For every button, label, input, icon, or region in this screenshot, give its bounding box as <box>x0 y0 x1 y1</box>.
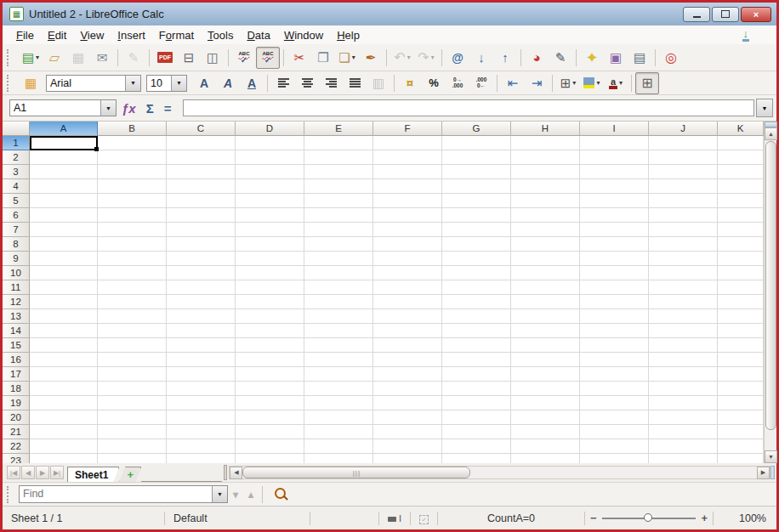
cell-K8[interactable] <box>718 237 764 252</box>
row-header-14[interactable]: 14 <box>3 324 30 338</box>
cell-G9[interactable] <box>442 252 511 266</box>
delete-decimal-place-button[interactable]: .0000← <box>469 72 493 94</box>
zoom-out-button[interactable]: − <box>585 512 602 524</box>
cell-I11[interactable] <box>580 280 649 295</box>
menu-insert[interactable]: Insert <box>111 27 152 43</box>
cell-H19[interactable] <box>511 396 580 410</box>
cell-D2[interactable] <box>236 150 304 165</box>
cell-H17[interactable] <box>511 367 580 382</box>
menu-data[interactable]: Data <box>240 27 276 43</box>
cell-H10[interactable] <box>511 266 580 280</box>
page-preview-button[interactable]: ◫ <box>201 47 225 69</box>
vertical-scrollbar-thumb[interactable] <box>765 141 776 430</box>
cell-F13[interactable] <box>373 309 442 324</box>
new-document-button[interactable]: ▤▾ <box>19 47 43 69</box>
increase-indent-button[interactable]: ⇥ <box>525 72 549 94</box>
cell-E7[interactable] <box>304 223 373 237</box>
add-sheet-button[interactable]: + <box>119 467 141 482</box>
menu-edit[interactable]: Edit <box>41 27 73 43</box>
cell-B1[interactable] <box>98 136 167 150</box>
cell-E13[interactable] <box>304 309 373 324</box>
row-header-4[interactable]: 4 <box>3 179 30 194</box>
align-right-button[interactable] <box>319 72 343 94</box>
selection-mode-status[interactable]: ✓ <box>411 512 437 524</box>
cell-E18[interactable] <box>304 382 373 396</box>
row-header-7[interactable]: 7 <box>3 223 30 237</box>
cell-J8[interactable] <box>649 237 718 252</box>
menu-view[interactable]: View <box>73 27 111 43</box>
row-header-1[interactable]: 1 <box>3 136 30 150</box>
cell-I21[interactable] <box>580 425 649 439</box>
cell-J22[interactable] <box>649 439 718 454</box>
cell-F23[interactable] <box>373 454 442 463</box>
auto-spellcheck-button[interactable]: ABC✓ <box>256 47 280 69</box>
column-header-J[interactable]: J <box>649 122 718 136</box>
column-header-H[interactable]: H <box>511 122 580 136</box>
cell-E21[interactable] <box>304 425 373 439</box>
cell-B5[interactable] <box>98 194 167 208</box>
cell-C7[interactable] <box>167 223 236 237</box>
cell-E11[interactable] <box>304 280 373 295</box>
cell-B10[interactable] <box>98 266 167 280</box>
navigator-button[interactable]: ✦ <box>580 47 604 69</box>
cell-I20[interactable] <box>580 410 649 425</box>
horizontal-scrollbar[interactable]: ◀ ||| ▶ <box>229 466 770 479</box>
show-draw-functions-button[interactable]: ✎ <box>549 47 572 69</box>
borders-dropdown-icon[interactable]: ▾ <box>572 79 576 87</box>
add-decimal-place-button[interactable]: 0→.000 <box>446 72 469 94</box>
cell-A4[interactable] <box>30 179 98 194</box>
cell-E12[interactable] <box>304 295 373 309</box>
restore-button[interactable] <box>712 7 739 22</box>
column-header-F[interactable]: F <box>373 122 442 136</box>
cell-H9[interactable] <box>511 252 580 266</box>
cell-J9[interactable] <box>649 252 718 266</box>
zoom-in-button[interactable]: + <box>696 512 713 524</box>
cell-H20[interactable] <box>511 410 580 425</box>
background-color-dropdown-icon[interactable]: ▾ <box>596 79 600 87</box>
cell-K19[interactable] <box>718 396 764 410</box>
cell-I17[interactable] <box>580 367 649 382</box>
cell-F5[interactable] <box>373 194 442 208</box>
cell-B20[interactable] <box>98 410 167 425</box>
edit-file-button[interactable]: ✎ <box>122 47 145 69</box>
cell-C12[interactable] <box>167 295 236 309</box>
cell-F3[interactable] <box>373 165 442 179</box>
export-pdf-button[interactable]: PDF <box>153 47 177 69</box>
cell-A23[interactable] <box>30 454 98 463</box>
cell-G8[interactable] <box>442 237 511 252</box>
cell-C6[interactable] <box>167 208 236 223</box>
cell-C14[interactable] <box>167 324 236 338</box>
fill-handle[interactable] <box>94 147 99 151</box>
cell-B14[interactable] <box>98 324 167 338</box>
bold-button[interactable]: A <box>192 72 216 94</box>
cell-B16[interactable] <box>98 353 167 367</box>
cell-K20[interactable] <box>718 410 764 425</box>
cell-F22[interactable] <box>373 439 442 454</box>
print-button[interactable]: ⊟ <box>177 47 201 69</box>
cell-A8[interactable] <box>30 237 98 252</box>
cell-K22[interactable] <box>718 439 764 454</box>
number-format-percent-button[interactable]: % <box>422 72 446 94</box>
cell-B19[interactable] <box>98 396 167 410</box>
cell-E4[interactable] <box>304 179 373 194</box>
cell-F14[interactable] <box>373 324 442 338</box>
tab-area-splitter[interactable] <box>224 465 227 480</box>
cell-J16[interactable] <box>649 353 718 367</box>
cell-C20[interactable] <box>167 410 236 425</box>
cell-C16[interactable] <box>167 353 236 367</box>
cell-J13[interactable] <box>649 309 718 324</box>
cell-C21[interactable] <box>167 425 236 439</box>
cell-H18[interactable] <box>511 382 580 396</box>
cell-G13[interactable] <box>442 309 511 324</box>
cell-D9[interactable] <box>236 252 304 266</box>
formula-input-line[interactable] <box>183 99 754 116</box>
cell-G11[interactable] <box>442 280 511 295</box>
cell-K12[interactable] <box>718 295 764 309</box>
cell-I7[interactable] <box>580 223 649 237</box>
column-header-G[interactable]: G <box>442 122 511 136</box>
cell-F6[interactable] <box>373 208 442 223</box>
cell-I3[interactable] <box>580 165 649 179</box>
font-name-dropdown-icon[interactable]: ▼ <box>125 76 140 91</box>
cell-H21[interactable] <box>511 425 580 439</box>
cell-E5[interactable] <box>304 194 373 208</box>
